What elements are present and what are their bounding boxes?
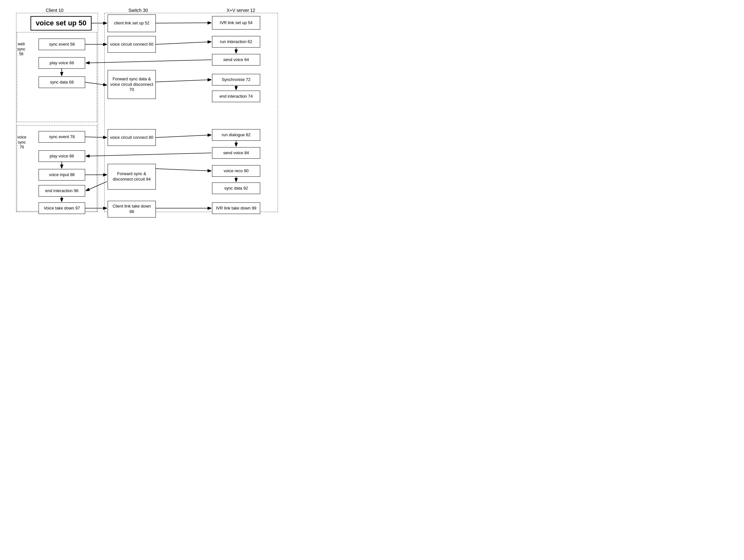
play-voice-86-box: play voice 86 [39,150,85,162]
voice-setup-box: voice set up 50 [31,16,91,31]
ivr-link-take-down-99-box: IVR link take down 99 [212,202,260,214]
client-column-label: Client 10 [26,8,83,13]
voice-reco-90-box: voice reco 90 [212,165,260,177]
sync-event-58-box: sync event 58 [39,39,85,50]
voice-input-88-box: voice input 88 [39,169,85,181]
run-dialogue-82-box: run dialogue 82 [212,129,260,141]
client-link-setup-box: client link set up 52 [108,14,156,32]
sync-event-78-box: sync event 78 [39,131,85,143]
voice-sync-label: voicesync76 [17,135,26,150]
send-voice-84-box: send voice 84 [212,147,260,159]
synchronise-72-box: Synchronise 72 [212,74,260,85]
web-sync-label: websync56 [17,42,25,57]
diagram: Client 10 Switch 30 X+V server 12 websyn… [6,6,283,212]
forward-sync-data-voice-box: Forward sync data & voice circuit discon… [108,70,156,99]
play-voice-66-box: play voice 66 [39,57,85,69]
voice-take-down-97-box: Voice take down 97 [39,202,85,214]
voice-circuit-connect-80-box: voice circuit connect 80 [108,129,156,146]
client-link-take-down-98-box: Client link take down 98 [108,201,156,218]
forward-sync-disconnect-94-box: Forward sync & disconnect circuit 94 [108,164,156,190]
send-voice-64-box: send voice 64 [212,54,260,66]
end-interaction-74-box: end interaction 74 [212,90,260,102]
ivr-link-setup-box: IVR link set up 54 [212,16,260,30]
run-interaction-62-box: run interaction 62 [212,36,260,47]
end-interaction-96-box: end interaction 96 [39,185,85,197]
sync-data-92-box: sync data 92 [212,183,260,194]
voice-circuit-connect-60-box: voice circuit connect 60 [108,36,156,53]
server-column-label: X+V server 12 [212,8,270,13]
switch-column-label: Switch 30 [112,8,164,13]
sync-data-68-box: sync data 68 [39,76,85,88]
